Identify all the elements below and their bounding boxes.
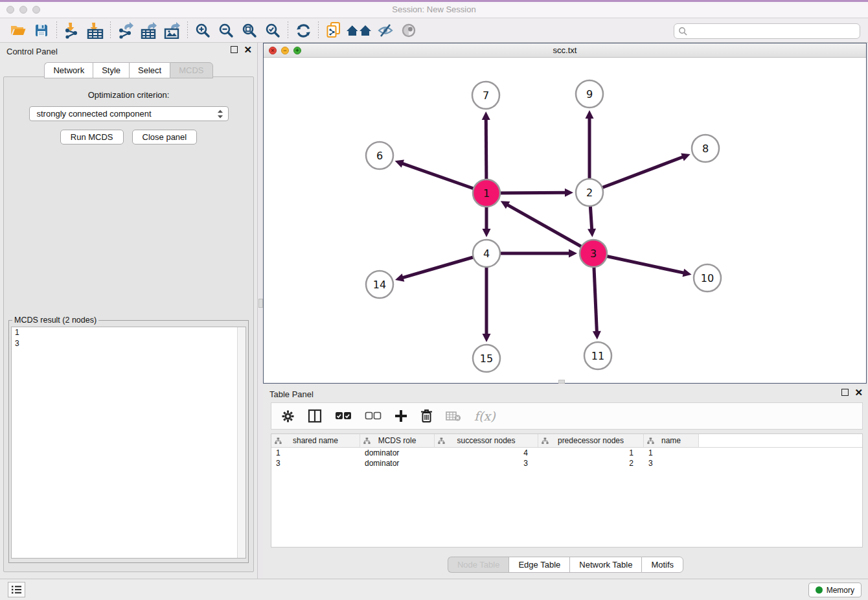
table-cell[interactable]: 1 <box>271 448 360 457</box>
column-header-predecessor-nodes[interactable]: predecessor nodes <box>538 434 644 447</box>
graph-node-label-1: 1 <box>483 187 490 200</box>
tab-network-table[interactable]: Network Table <box>569 557 641 573</box>
run-mcds-button[interactable]: Run MCDS <box>60 130 124 144</box>
tab-style[interactable]: Style <box>93 62 129 78</box>
graph-node-label-15: 15 <box>480 352 493 365</box>
close-panel-button[interactable]: Close panel <box>132 130 198 144</box>
list-icon <box>11 585 22 594</box>
graph-edge-3-1[interactable] <box>507 205 593 253</box>
column-header-shared-name[interactable]: shared name <box>271 434 360 447</box>
column-header-successor-nodes[interactable]: successor nodes <box>435 434 538 447</box>
close-panel-icon[interactable]: ✕ <box>244 46 252 53</box>
tab-network[interactable]: Network <box>44 62 93 78</box>
mcds-result-item[interactable]: 1 <box>12 327 246 338</box>
table-cell[interactable]: 1 <box>644 448 699 457</box>
task-history-button[interactable] <box>8 582 25 597</box>
deselect-all-checkboxes-button[interactable] <box>365 411 382 421</box>
tab-select[interactable]: Select <box>129 62 170 78</box>
graph-arrowhead-3-11 <box>593 331 601 340</box>
search-field[interactable] <box>674 23 860 39</box>
unchecked-boxes-icon <box>365 411 382 421</box>
optimization-criterion-label: Optimization criterion: <box>4 90 253 100</box>
export-network-button[interactable] <box>114 21 137 40</box>
zoom-out-button[interactable] <box>214 21 238 40</box>
criterion-dropdown[interactable]: strongly connected component <box>29 106 229 121</box>
show-graphics-details-button[interactable] <box>397 21 420 40</box>
tab-node-table[interactable]: Node Table <box>448 557 509 573</box>
search-input[interactable] <box>688 27 856 36</box>
table-cell[interactable]: 3 <box>271 459 360 468</box>
mcds-result-title: MCDS result (2 nodes) <box>12 316 98 325</box>
import-network-button[interactable] <box>60 21 84 40</box>
zoom-in-button[interactable] <box>191 21 214 40</box>
table-panel-tabs: Node TableEdge TableNetwork TableMotifs <box>263 557 868 573</box>
toolbar-separator <box>56 21 57 40</box>
zoom-in-icon <box>195 23 211 39</box>
memory-status-dot <box>816 586 823 594</box>
zoom-selected-button[interactable] <box>261 21 284 40</box>
network-canvas[interactable]: 7968124314101511 <box>264 58 866 383</box>
table-panel-title: Table Panel <box>269 389 314 399</box>
result-scrollbar[interactable] <box>237 327 246 558</box>
network-resize-grip[interactable] <box>558 380 565 384</box>
function-builder-button[interactable]: f(x) <box>474 409 496 423</box>
refresh-layout-button[interactable] <box>291 21 315 40</box>
add-column-button[interactable] <box>394 410 407 422</box>
delete-table-button[interactable] <box>446 411 461 422</box>
select-all-checkboxes-button[interactable] <box>335 411 352 421</box>
import-table-button[interactable] <box>84 21 107 40</box>
network-window-titlebar[interactable]: × − + scc.txt <box>264 43 866 58</box>
column-label: MCDS role <box>378 436 417 445</box>
table-cell[interactable]: 2 <box>538 459 644 468</box>
table-row[interactable]: 3dominator323 <box>271 458 862 468</box>
table-cell[interactable]: 1 <box>538 448 644 457</box>
tab-mcds[interactable]: MCDS <box>170 62 212 78</box>
close-table-panel-icon[interactable]: ✕ <box>854 389 863 396</box>
home-view-button[interactable] <box>345 21 374 40</box>
table-panel: Table Panel ✕ <box>263 386 868 579</box>
float-panel-icon[interactable] <box>231 46 238 53</box>
float-table-panel-icon[interactable] <box>841 389 849 396</box>
open-session-button[interactable] <box>6 21 30 40</box>
export-table-button[interactable] <box>137 21 161 40</box>
column-header-name[interactable]: name <box>644 434 699 447</box>
checked-boxes-icon <box>335 411 352 421</box>
toolbar-separator <box>110 21 111 40</box>
network-window-title: scc.txt <box>264 45 866 55</box>
graph-arrowhead-4-14 <box>395 273 404 281</box>
dropdown-stepper-icon <box>216 109 224 119</box>
mcds-result-list[interactable]: 13 <box>11 327 246 559</box>
zoom-fit-button[interactable] <box>238 21 261 40</box>
column-view-button[interactable] <box>308 409 322 423</box>
panel-divider-grip[interactable] <box>258 299 263 308</box>
graph-arrowhead-2-9 <box>586 110 594 119</box>
table-cell[interactable]: 3 <box>644 459 699 468</box>
graph-node-label-2: 2 <box>586 187 593 199</box>
table-cell[interactable]: dominator <box>360 459 435 468</box>
delete-column-button[interactable] <box>420 409 433 423</box>
tab-motifs[interactable]: Motifs <box>641 557 683 573</box>
tab-edge-table[interactable]: Edge Table <box>508 557 569 573</box>
graph-node-label-6: 6 <box>376 150 383 162</box>
hierarchy-icon <box>542 437 549 444</box>
graph-node-label-3: 3 <box>590 248 597 260</box>
mcds-result-item[interactable]: 3 <box>12 338 246 349</box>
hide-graphics-details-button[interactable] <box>374 21 397 40</box>
trash-icon <box>420 409 433 423</box>
export-image-button[interactable] <box>161 21 184 40</box>
table-row[interactable]: 1dominator411 <box>271 448 862 458</box>
table-cell[interactable]: 3 <box>435 459 538 468</box>
table-cell[interactable]: dominator <box>360 448 435 457</box>
column-header-MCDS-role[interactable]: MCDS role <box>360 434 435 447</box>
duplicate-network-button[interactable] <box>322 21 345 40</box>
table-settings-button[interactable] <box>281 410 295 423</box>
node-table[interactable]: shared nameMCDS rolesuccessor nodesprede… <box>271 433 863 548</box>
export-network-icon <box>117 22 134 39</box>
graph-arrowhead-2-3 <box>588 229 596 237</box>
hierarchy-icon <box>438 437 445 444</box>
graph-arrowhead-1-2 <box>565 189 573 197</box>
save-session-button[interactable] <box>30 21 53 40</box>
graph-edge-2-8[interactable] <box>589 157 683 192</box>
table-cell[interactable]: 4 <box>435 448 538 457</box>
memory-button[interactable]: Memory <box>808 583 862 597</box>
